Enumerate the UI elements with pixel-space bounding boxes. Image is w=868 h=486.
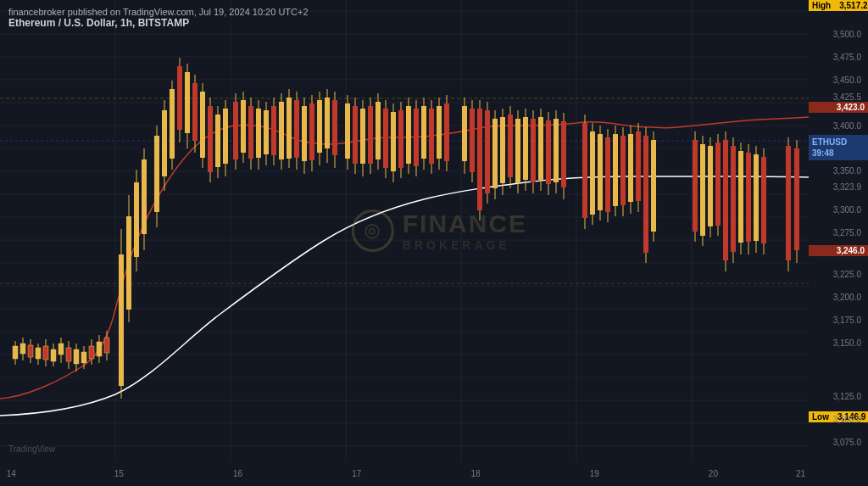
price-3423-badge: 3,423.0 [809,102,868,113]
svg-rect-34 [28,345,33,357]
svg-rect-170 [590,131,595,215]
svg-rect-66 [162,110,167,176]
svg-rect-36 [36,348,41,359]
svg-rect-70 [177,66,182,130]
svg-rect-162 [546,120,551,184]
svg-rect-62 [142,159,147,234]
svg-rect-44 [66,348,71,361]
svg-rect-206 [761,157,766,243]
svg-rect-182 [636,131,641,201]
svg-rect-192 [708,146,713,226]
svg-rect-86 [241,100,246,153]
svg-rect-132 [421,106,426,159]
svg-rect-128 [406,106,411,164]
svg-rect-46 [74,349,79,364]
svg-rect-110 [332,100,337,155]
svg-rect-136 [437,106,442,159]
svg-rect-186 [651,140,656,232]
svg-rect-118 [368,106,373,164]
svg-rect-208 [786,146,791,260]
svg-rect-148 [492,119,498,188]
svg-rect-198 [731,146,736,252]
svg-rect-210 [794,148,799,250]
svg-rect-204 [754,154,759,241]
svg-rect-102 [302,106,307,161]
svg-rect-178 [620,136,626,205]
svg-rect-160 [538,117,543,180]
chart-container: ◎ FINANCE BROKERAGE financebroker publis… [0,0,868,486]
svg-rect-188 [693,140,698,232]
svg-rect-120 [376,102,381,159]
svg-rect-166 [561,121,566,187]
svg-rect-190 [700,144,705,236]
svg-rect-94 [271,106,276,155]
svg-rect-92 [264,110,269,154]
svg-rect-56 [119,254,124,386]
svg-rect-152 [508,115,513,177]
svg-rect-38 [43,346,48,360]
svg-rect-140 [462,106,467,161]
svg-rect-168 [582,123,587,218]
svg-rect-172 [598,134,603,210]
svg-rect-78 [208,106,213,172]
svg-rect-82 [223,109,228,164]
svg-rect-52 [97,342,102,356]
svg-rect-50 [89,346,94,359]
svg-rect-114 [353,106,358,164]
svg-rect-138 [444,103,449,161]
svg-rect-76 [200,92,205,158]
svg-rect-146 [485,110,490,193]
svg-rect-74 [192,83,198,141]
svg-rect-202 [746,153,751,242]
svg-rect-54 [104,338,109,353]
svg-rect-96 [279,102,284,159]
ethusd-badge: ETHUSD 39:48 [809,135,868,160]
svg-rect-58 [126,216,131,310]
svg-rect-48 [81,352,86,363]
svg-rect-126 [398,110,403,168]
high-badge: High 3,517.2 [809,0,868,11]
svg-rect-156 [523,117,528,180]
svg-rect-40 [51,349,56,361]
svg-rect-176 [613,134,618,206]
svg-rect-68 [170,89,175,159]
svg-rect-196 [723,140,728,260]
svg-rect-106 [317,100,322,153]
svg-rect-200 [738,151,743,243]
svg-rect-60 [134,182,139,257]
time-axis: 14 15 16 17 18 19 20 21 [0,461,809,486]
svg-rect-42 [58,344,64,355]
svg-rect-150 [500,117,505,183]
svg-rect-180 [628,134,633,202]
svg-rect-32 [20,344,25,354]
svg-rect-158 [531,119,536,182]
svg-rect-64 [154,136,159,212]
svg-rect-144 [477,109,482,210]
svg-rect-30 [13,346,18,359]
tradingview-credit: TradingView [8,444,55,454]
svg-rect-98 [287,98,292,159]
chart-area: ◎ FINANCE BROKERAGE financebroker publis… [0,0,809,461]
svg-rect-112 [345,103,350,159]
svg-rect-124 [391,112,396,171]
svg-rect-100 [294,100,299,158]
chart-title: financebroker published on TradingView.c… [8,7,309,29]
svg-rect-184 [643,136,648,253]
svg-rect-122 [383,109,388,168]
svg-rect-90 [256,109,261,158]
svg-rect-80 [215,115,220,167]
svg-rect-194 [715,142,721,226]
svg-rect-88 [248,106,253,159]
svg-rect-164 [554,119,559,182]
svg-rect-130 [414,109,419,166]
svg-rect-142 [470,109,475,172]
svg-rect-72 [185,72,190,133]
svg-rect-134 [429,109,434,164]
svg-rect-174 [605,137,610,212]
svg-rect-84 [233,102,238,159]
svg-rect-116 [360,109,365,164]
svg-rect-104 [309,103,314,160]
svg-rect-154 [515,119,520,183]
price-3246-badge: 3,246.0 [809,245,868,256]
svg-rect-108 [325,98,330,148]
